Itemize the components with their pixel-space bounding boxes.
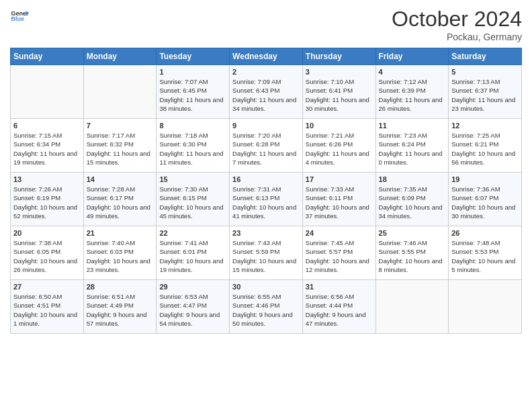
calendar-cell <box>83 65 157 119</box>
calendar-cell: 13Sunrise: 7:26 AMSunset: 6:19 PMDayligh… <box>11 173 84 226</box>
day-number: 9 <box>232 122 300 130</box>
day-info: Sunrise: 7:20 AMSunset: 6:28 PMDaylight:… <box>232 131 300 167</box>
day-number: 26 <box>451 229 519 237</box>
day-number: 27 <box>13 283 81 291</box>
calendar-cell: 1Sunrise: 7:07 AMSunset: 6:45 PMDaylight… <box>157 65 230 119</box>
day-info: Sunrise: 7:12 AMSunset: 6:39 PMDaylight:… <box>379 77 446 113</box>
calendar-cell: 30Sunrise: 6:55 AMSunset: 4:46 PMDayligh… <box>230 280 303 334</box>
logo-icon: General Blue <box>10 7 29 26</box>
weekday-header: Thursday <box>302 48 375 65</box>
day-info: Sunrise: 7:09 AMSunset: 6:43 PMDaylight:… <box>232 77 300 113</box>
day-info: Sunrise: 7:18 AMSunset: 6:30 PMDaylight:… <box>159 131 226 167</box>
weekday-header: Tuesday <box>157 48 230 65</box>
calendar-cell <box>375 280 449 334</box>
svg-text:Blue: Blue <box>11 15 24 22</box>
day-info: Sunrise: 7:48 AMSunset: 5:53 PMDaylight:… <box>451 238 519 274</box>
calendar-table: SundayMondayTuesdayWednesdayThursdayFrid… <box>10 48 522 334</box>
calendar-cell: 29Sunrise: 6:53 AMSunset: 4:47 PMDayligh… <box>157 280 230 334</box>
day-info: Sunrise: 7:13 AMSunset: 6:37 PMDaylight:… <box>451 77 519 113</box>
location: Pockau, Germany <box>392 32 522 42</box>
calendar-cell: 15Sunrise: 7:30 AMSunset: 6:15 PMDayligh… <box>157 173 230 226</box>
day-number: 2 <box>232 68 300 76</box>
calendar-cell: 17Sunrise: 7:33 AMSunset: 6:11 PMDayligh… <box>302 173 375 226</box>
day-number: 13 <box>13 175 81 183</box>
day-number: 10 <box>306 122 373 130</box>
day-number: 3 <box>306 68 373 76</box>
calendar-cell <box>449 280 522 334</box>
logo: General Blue <box>10 7 29 26</box>
day-info: Sunrise: 7:46 AMSunset: 5:55 PMDaylight:… <box>379 238 446 274</box>
calendar-cell: 21Sunrise: 7:40 AMSunset: 6:03 PMDayligh… <box>83 226 157 280</box>
day-number: 11 <box>379 122 446 130</box>
day-info: Sunrise: 7:36 AMSunset: 6:07 PMDaylight:… <box>451 185 519 220</box>
day-number: 29 <box>159 283 226 291</box>
day-info: Sunrise: 7:45 AMSunset: 5:57 PMDaylight:… <box>306 238 373 274</box>
calendar-cell: 9Sunrise: 7:20 AMSunset: 6:28 PMDaylight… <box>230 119 303 173</box>
calendar-cell: 20Sunrise: 7:38 AMSunset: 6:05 PMDayligh… <box>11 226 84 280</box>
calendar-cell: 24Sunrise: 7:45 AMSunset: 5:57 PMDayligh… <box>302 226 375 280</box>
calendar-cell: 28Sunrise: 6:51 AMSunset: 4:49 PMDayligh… <box>83 280 157 334</box>
day-info: Sunrise: 6:56 AMSunset: 4:44 PMDaylight:… <box>306 292 373 328</box>
weekday-header: Friday <box>375 48 449 65</box>
calendar-cell: 18Sunrise: 7:35 AMSunset: 6:09 PMDayligh… <box>375 173 449 226</box>
calendar-cell: 31Sunrise: 6:56 AMSunset: 4:44 PMDayligh… <box>302 280 375 334</box>
calendar-cell <box>11 65 84 119</box>
day-info: Sunrise: 7:38 AMSunset: 6:05 PMDaylight:… <box>13 238 81 274</box>
title-block: October 2024 Pockau, Germany <box>392 7 522 42</box>
calendar-cell: 7Sunrise: 7:17 AMSunset: 6:32 PMDaylight… <box>83 119 157 173</box>
calendar-cell: 3Sunrise: 7:10 AMSunset: 6:41 PMDaylight… <box>302 65 375 119</box>
calendar-cell: 8Sunrise: 7:18 AMSunset: 6:30 PMDaylight… <box>157 119 230 173</box>
day-info: Sunrise: 7:30 AMSunset: 6:15 PMDaylight:… <box>159 185 226 220</box>
calendar-cell: 14Sunrise: 7:28 AMSunset: 6:17 PMDayligh… <box>83 173 157 226</box>
calendar-cell: 22Sunrise: 7:41 AMSunset: 6:01 PMDayligh… <box>157 226 230 280</box>
calendar-cell: 6Sunrise: 7:15 AMSunset: 6:34 PMDaylight… <box>11 119 84 173</box>
calendar-cell: 16Sunrise: 7:31 AMSunset: 6:13 PMDayligh… <box>230 173 303 226</box>
page-header: General Blue October 2024 Pockau, German… <box>10 7 522 42</box>
day-info: Sunrise: 7:26 AMSunset: 6:19 PMDaylight:… <box>13 185 81 220</box>
day-info: Sunrise: 7:21 AMSunset: 6:26 PMDaylight:… <box>306 131 373 167</box>
day-number: 20 <box>13 229 81 237</box>
day-number: 8 <box>159 122 226 130</box>
day-number: 5 <box>451 68 519 76</box>
calendar-cell: 2Sunrise: 7:09 AMSunset: 6:43 PMDaylight… <box>230 65 303 119</box>
calendar-cell: 10Sunrise: 7:21 AMSunset: 6:26 PMDayligh… <box>302 119 375 173</box>
day-number: 1 <box>159 68 226 76</box>
calendar-cell: 5Sunrise: 7:13 AMSunset: 6:37 PMDaylight… <box>449 65 522 119</box>
calendar-cell: 27Sunrise: 6:50 AMSunset: 4:51 PMDayligh… <box>11 280 84 334</box>
day-info: Sunrise: 7:31 AMSunset: 6:13 PMDaylight:… <box>232 185 300 220</box>
calendar-cell: 25Sunrise: 7:46 AMSunset: 5:55 PMDayligh… <box>375 226 449 280</box>
day-number: 31 <box>306 283 373 291</box>
day-number: 16 <box>232 175 300 183</box>
day-info: Sunrise: 7:25 AMSunset: 6:21 PMDaylight:… <box>451 131 519 167</box>
day-number: 4 <box>379 68 446 76</box>
calendar-cell: 11Sunrise: 7:23 AMSunset: 6:24 PMDayligh… <box>375 119 449 173</box>
day-info: Sunrise: 7:41 AMSunset: 6:01 PMDaylight:… <box>159 238 226 274</box>
day-info: Sunrise: 6:51 AMSunset: 4:49 PMDaylight:… <box>87 292 154 328</box>
day-number: 21 <box>87 229 154 237</box>
day-number: 12 <box>451 122 519 130</box>
calendar-cell: 4Sunrise: 7:12 AMSunset: 6:39 PMDaylight… <box>375 65 449 119</box>
calendar-cell: 23Sunrise: 7:43 AMSunset: 5:59 PMDayligh… <box>230 226 303 280</box>
weekday-header: Sunday <box>11 48 84 65</box>
weekday-header: Monday <box>83 48 157 65</box>
day-info: Sunrise: 7:23 AMSunset: 6:24 PMDaylight:… <box>379 131 446 167</box>
day-info: Sunrise: 6:55 AMSunset: 4:46 PMDaylight:… <box>232 292 300 328</box>
weekday-header: Wednesday <box>230 48 303 65</box>
day-number: 30 <box>232 283 300 291</box>
day-info: Sunrise: 7:35 AMSunset: 6:09 PMDaylight:… <box>379 185 446 220</box>
day-number: 25 <box>379 229 446 237</box>
day-number: 17 <box>306 175 373 183</box>
day-number: 6 <box>13 122 81 130</box>
weekday-header: Saturday <box>449 48 522 65</box>
day-number: 19 <box>451 175 519 183</box>
day-info: Sunrise: 7:43 AMSunset: 5:59 PMDaylight:… <box>232 238 300 274</box>
day-info: Sunrise: 7:07 AMSunset: 6:45 PMDaylight:… <box>159 77 226 113</box>
day-number: 28 <box>87 283 154 291</box>
calendar-cell: 12Sunrise: 7:25 AMSunset: 6:21 PMDayligh… <box>449 119 522 173</box>
day-info: Sunrise: 6:53 AMSunset: 4:47 PMDaylight:… <box>159 292 226 328</box>
day-number: 15 <box>159 175 226 183</box>
day-info: Sunrise: 7:28 AMSunset: 6:17 PMDaylight:… <box>87 185 154 220</box>
day-number: 18 <box>379 175 446 183</box>
day-info: Sunrise: 7:33 AMSunset: 6:11 PMDaylight:… <box>306 185 373 220</box>
day-number: 22 <box>159 229 226 237</box>
